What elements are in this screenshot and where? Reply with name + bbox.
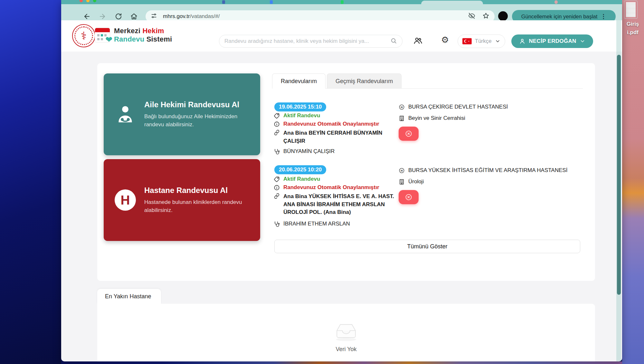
url-path: /vatandas/#/ <box>190 13 220 20</box>
appointment-date-badge: 19.06.2025 15:10 <box>274 102 326 111</box>
search-input[interactable] <box>224 38 390 44</box>
pdf-label-line2: i.pdf <box>621 28 644 37</box>
back-button[interactable] <box>83 13 91 20</box>
hospital-card-title: Hastane Randevusu Al <box>144 186 244 195</box>
appointment-clinic-row: Ana Bina BEYİN CERRAHİ BÜNYAMİN ÇALIŞIR <box>274 129 390 145</box>
appointment-hospital-row: H BURSA YÜKSEK İHTİSAS EĞİTİM VE ARAŞTIR… <box>399 167 567 174</box>
info-icon <box>274 185 280 191</box>
language-selector[interactable]: Türkçe <box>458 34 505 48</box>
pdf-label-line1: Giriş <box>621 20 644 28</box>
empty-state-text: Veri Yok <box>97 346 595 353</box>
mhrs-logo-text[interactable]: Merkezi Hekim Randevu Sistemi <box>114 27 172 43</box>
bookmark-star-icon[interactable] <box>482 12 489 21</box>
tab-my-appointments[interactable]: Randevularım <box>272 73 326 89</box>
family-doctor-appointment-card[interactable]: Aile Hekimi Randevusu Al Bağlı bulunduğu… <box>104 73 260 155</box>
language-label: Türkçe <box>475 38 492 44</box>
turkish-flag-icon <box>462 38 472 44</box>
person-icon <box>519 38 526 44</box>
appointments-tabs: Randevularım Geçmiş Randevularım <box>272 73 402 89</box>
logo-heart-icon: ❤ <box>105 35 112 45</box>
site-settings-icon[interactable] <box>151 13 157 20</box>
url-text[interactable]: mhrs.gov.tr/vatandas/#/ <box>163 13 468 20</box>
traffic-light-close[interactable] <box>80 0 83 2</box>
ministry-of-health-seal: ⚕ <box>72 24 95 47</box>
cancel-appointment-button[interactable] <box>399 190 419 204</box>
tracking-protection-icon[interactable] <box>468 12 475 21</box>
empty-state: Veri Yok <box>97 322 595 353</box>
browser-tabstrip <box>61 0 622 4</box>
desktop-pdf-file-label[interactable]: Giriş i.pdf <box>621 20 644 36</box>
user-name-label: NECİP ERDOĞAN <box>529 38 576 44</box>
update-button-label: Güncellemek için yeniden başlat <box>521 14 598 20</box>
cancel-appointment-button[interactable] <box>399 127 419 141</box>
x-circle-icon <box>405 130 412 138</box>
info-icon <box>274 121 280 127</box>
hospital-card-description: Hastanede bulunan kliniklerden randevu a… <box>144 198 244 215</box>
clinic-link-icon <box>274 129 280 136</box>
forward-button[interactable] <box>99 13 106 20</box>
x-circle-icon <box>405 193 412 201</box>
appointment-status-row: Aktif Randevu <box>274 112 320 119</box>
tag-icon <box>274 176 280 182</box>
building-icon <box>399 115 405 121</box>
mhrs-logo-calendar-icon: ❤ <box>95 28 110 43</box>
scrollbar-thumb[interactable] <box>617 55 621 295</box>
browser-toolbar: mhrs.gov.tr/vatandas/#/ Güncellemek için… <box>61 4 622 20</box>
hospital-icon: H <box>115 189 136 211</box>
tab-favicon[interactable] <box>222 0 225 4</box>
appointment-clinic-row: Ana Bina YÜKSEK İHTİSAS E. VE A. HAST. A… <box>274 193 394 216</box>
calendar-top-bar <box>95 28 110 32</box>
tab-nearest-hospital[interactable]: En Yakın Hastane <box>97 289 161 304</box>
appointment-department-row: Üroloji <box>399 178 424 185</box>
hospital-appointment-card[interactable]: H Hastane Randevusu Al Hastanede bulunan… <box>104 159 260 241</box>
appointment-note-row: Randevunuz Otomatik Onaylanmıştır <box>274 121 379 127</box>
settings-gear-icon[interactable]: ⚙ <box>441 35 449 45</box>
browser-menu-icon[interactable]: ⋮ <box>601 13 606 20</box>
tab-past-appointments[interactable]: Geçmiş Randevularım <box>327 73 402 89</box>
show-all-button[interactable]: Tümünü Göster <box>274 240 580 253</box>
user-menu-button[interactable]: NECİP ERDOĞAN <box>511 34 593 48</box>
family-card-title: Aile Hekimi Randevusu Al <box>144 100 244 109</box>
url-host: mhrs.gov.tr <box>163 13 190 20</box>
clinic-link-icon <box>274 193 280 199</box>
traffic-light-zoom[interactable] <box>93 0 96 2</box>
chevron-down-icon <box>495 38 500 44</box>
family-card-description: Bağlı bulunduğunuz Aile Hekiminizden ran… <box>144 112 244 129</box>
appointment-hospital-row: H BURSA ÇEKİRGE DEVLET HASTANESİ <box>399 104 508 110</box>
svg-text:H: H <box>401 169 403 172</box>
desktop: Giriş i.pdf <box>0 0 644 364</box>
seal-ring <box>74 26 93 45</box>
desktop-pdf-file-icon[interactable] <box>624 1 638 19</box>
chevron-down-icon <box>580 38 585 44</box>
appointment-department-row: Beyin ve Sinir Cerrahisi <box>399 115 465 121</box>
desktop-wallpaper-left <box>0 0 61 364</box>
doctor-icon <box>115 104 136 125</box>
tab-favicon[interactable] <box>341 0 344 4</box>
hospital-h-icon: H <box>399 104 405 110</box>
reload-button[interactable] <box>115 13 122 20</box>
traffic-light-minimize[interactable] <box>86 0 90 2</box>
empty-inbox-icon <box>334 322 359 341</box>
desktop-wallpaper-bottom <box>61 361 622 364</box>
hospital-h-icon: H <box>399 168 405 174</box>
appointment-date-badge: 20.06.2025 10:20 <box>274 165 326 174</box>
search-bar[interactable] <box>219 35 402 48</box>
tab-favicon[interactable] <box>554 0 558 4</box>
tab-favicon[interactable] <box>270 0 273 4</box>
appointment-doctor-row: BÜNYAMİN ÇALIŞIR <box>274 148 335 155</box>
svg-text:H: H <box>401 106 403 109</box>
search-icon[interactable] <box>390 37 397 45</box>
home-button[interactable] <box>130 13 138 20</box>
tag-icon <box>274 113 280 119</box>
appointment-note-row: Randevunuz Otomatik Onaylanmıştır <box>274 184 379 191</box>
appointment-doctor-row: İBRAHİM ETHEM ARSLAN <box>274 221 350 227</box>
building-icon <box>399 179 405 185</box>
stethoscope-icon <box>274 148 280 155</box>
desktop-wallpaper-right <box>622 0 644 364</box>
browser-profile-avatar[interactable] <box>498 11 508 21</box>
stethoscope-icon <box>274 221 280 227</box>
browser-window: mhrs.gov.tr/vatandas/#/ Güncellemek için… <box>61 0 622 361</box>
accompanied-persons-icon[interactable] <box>413 36 422 46</box>
appointment-status-row: Aktif Randevu <box>274 176 320 182</box>
